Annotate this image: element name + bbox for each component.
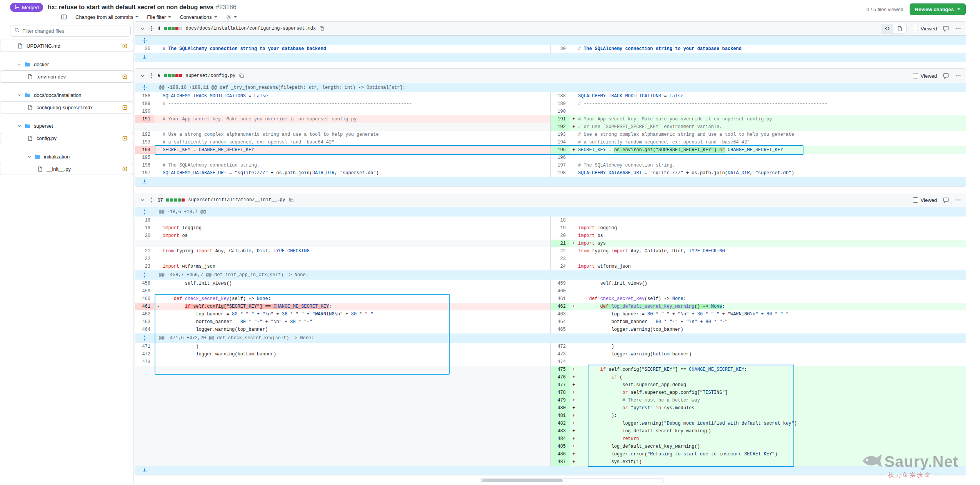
tree-folder-docker[interactable]: docker — [0, 58, 133, 70]
new-line-number[interactable]: 475 — [550, 366, 570, 373]
new-line-number[interactable]: 189 — [550, 100, 570, 108]
new-line-number[interactable]: 483 — [550, 427, 570, 435]
old-line-number[interactable]: 21 — [135, 247, 154, 255]
old-line-number[interactable]: 190 — [135, 108, 154, 115]
new-line-number[interactable]: 22 — [550, 247, 570, 255]
viewed-checkbox[interactable]: Viewed — [913, 197, 937, 203]
tree-file-config.py[interactable]: config.py — [0, 132, 133, 144]
new-line-number[interactable]: 193 — [550, 131, 570, 138]
new-line-number[interactable]: 474 — [550, 358, 570, 366]
old-line-number[interactable]: 188 — [135, 92, 154, 100]
new-line-number[interactable]: 478 — [550, 389, 570, 397]
new-line-number[interactable]: 30 — [550, 45, 570, 53]
new-line-number[interactable]: 479 — [550, 397, 570, 404]
new-line-number[interactable]: 481 — [550, 412, 570, 420]
expand-hunk-icon[interactable] — [135, 53, 154, 62]
conversations-dropdown[interactable]: Conversations — [180, 14, 217, 20]
expand-all-icon[interactable] — [149, 73, 154, 78]
expand-hunk-icon[interactable] — [135, 270, 154, 280]
new-line-number[interactable]: 476 — [550, 373, 570, 381]
old-line-number[interactable]: 19 — [135, 224, 154, 232]
new-line-number[interactable]: 18 — [550, 217, 570, 224]
new-line-number[interactable]: 459 — [550, 280, 570, 287]
horizontal-scrollbar[interactable] — [480, 478, 664, 483]
viewed-checkbox[interactable]: Viewed — [913, 26, 937, 32]
viewed-checkbox-input[interactable] — [913, 73, 918, 78]
new-line-number[interactable]: 465 — [550, 326, 570, 333]
new-line-number[interactable]: 194 — [550, 138, 570, 146]
expand-hunk-icon[interactable] — [135, 36, 154, 45]
old-line-number[interactable]: 473 — [135, 358, 154, 366]
expand-hunk-icon[interactable] — [135, 466, 154, 475]
tree-file-.env-non-dev[interactable]: .env-non-dev — [0, 70, 133, 83]
new-line-number[interactable]: 464 — [550, 318, 570, 326]
old-line-number[interactable]: 22 — [135, 255, 154, 263]
collapse-file-icon[interactable] — [140, 26, 145, 32]
old-line-number[interactable]: 193 — [135, 138, 154, 146]
filter-files-input[interactable] — [22, 28, 127, 34]
old-line-number[interactable]: 194 — [135, 146, 154, 154]
new-line-number[interactable]: 20 — [550, 232, 570, 240]
old-line-number[interactable]: 23 — [135, 263, 154, 270]
new-line-number[interactable]: 484 — [550, 435, 570, 443]
new-line-number[interactable]: 463 — [550, 310, 570, 318]
new-line-number[interactable]: 461 — [550, 295, 570, 303]
old-line-number[interactable]: 191 — [135, 115, 154, 123]
copy-path-icon[interactable] — [239, 73, 244, 78]
tree-folder-docs-docs-installation[interactable]: docs/docs/installation — [0, 89, 133, 101]
file-filter-dropdown[interactable]: File filter — [147, 14, 171, 20]
new-line-number[interactable]: 462 — [550, 303, 570, 310]
viewed-checkbox[interactable]: Viewed — [913, 73, 937, 79]
kebab-icon[interactable] — [955, 73, 961, 79]
diff-view-toggle[interactable] — [881, 24, 907, 33]
diff-settings-gear[interactable] — [226, 14, 237, 20]
new-line-number[interactable]: 473 — [550, 350, 570, 358]
new-line-number[interactable]: 485 — [550, 443, 570, 450]
old-line-number[interactable]: 189 — [135, 100, 154, 108]
comment-icon[interactable] — [943, 73, 949, 79]
new-line-number[interactable]: 188 — [550, 92, 570, 100]
copy-path-icon[interactable] — [288, 197, 294, 203]
new-line-number[interactable]: 21 — [550, 240, 570, 247]
old-line-number[interactable]: 459 — [135, 287, 154, 295]
viewed-checkbox-input[interactable] — [913, 197, 918, 203]
comment-icon[interactable] — [943, 26, 949, 32]
new-line-number[interactable]: 198 — [550, 169, 570, 177]
changes-dropdown[interactable]: Changes from all commits — [75, 14, 138, 20]
old-line-number[interactable]: 30 — [135, 45, 154, 53]
old-line-number[interactable]: 20 — [135, 232, 154, 240]
copy-path-icon[interactable] — [319, 26, 325, 31]
comment-icon[interactable] — [943, 197, 949, 203]
old-line-number[interactable]: 18 — [135, 217, 154, 224]
new-line-number[interactable]: 197 — [550, 162, 570, 169]
old-line-number[interactable]: 196 — [135, 162, 154, 169]
expand-hunk-icon[interactable] — [135, 177, 154, 186]
tree-folder-initialization[interactable]: initialization — [0, 150, 133, 163]
scrollbar-thumb[interactable] — [482, 479, 563, 482]
new-line-number[interactable]: 196 — [550, 154, 570, 162]
old-line-number[interactable]: 458 — [135, 280, 154, 287]
new-line-number[interactable]: 195 — [550, 146, 570, 154]
new-line-number[interactable]: 23 — [550, 255, 570, 263]
source-view-icon[interactable] — [881, 24, 893, 33]
expand-all-icon[interactable] — [149, 197, 154, 203]
old-line-number[interactable]: 192 — [135, 131, 154, 138]
expand-hunk-icon[interactable] — [135, 333, 154, 343]
old-line-number[interactable]: 463 — [135, 318, 154, 326]
new-line-number[interactable]: 460 — [550, 287, 570, 295]
kebab-icon[interactable] — [955, 25, 961, 32]
new-line-number[interactable]: 192 — [550, 123, 570, 131]
expand-hunk-icon[interactable] — [135, 207, 154, 217]
tree-folder-superset[interactable]: superset — [0, 120, 133, 132]
new-line-number[interactable]: 480 — [550, 404, 570, 412]
tree-file-__init__.py[interactable]: __init__.py — [0, 163, 133, 175]
expand-hunk-icon[interactable] — [135, 83, 154, 92]
review-changes-button[interactable]: Review changes — [910, 3, 966, 15]
tree-file-UPDATING.md[interactable]: UPDATING.md — [0, 40, 133, 52]
old-line-number[interactable]: 195 — [135, 154, 154, 162]
tree-file-configuring-superset.mdx[interactable]: configuring-superset.mdx — [0, 101, 133, 113]
old-line-number[interactable]: 197 — [135, 169, 154, 177]
new-line-number[interactable]: 190 — [550, 108, 570, 115]
viewed-checkbox-input[interactable] — [913, 26, 918, 31]
new-line-number[interactable]: 482 — [550, 420, 570, 427]
